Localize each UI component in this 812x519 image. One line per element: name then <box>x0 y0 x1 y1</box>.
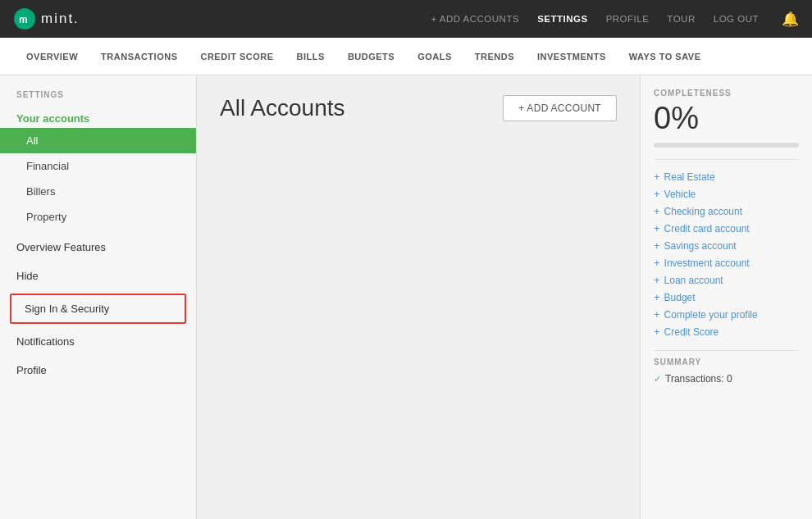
content-area: All Accounts + ADD ACCOUNT <box>197 75 640 519</box>
second-nav-transactions[interactable]: TRANSACTIONS <box>89 38 189 75</box>
content-header: All Accounts + ADD ACCOUNT <box>220 95 617 121</box>
sidebar-overview-features[interactable]: Overview Features <box>0 233 196 262</box>
loan-label: Loan account <box>664 275 723 286</box>
top-nav: m mint. + ADD ACCOUNTS SETTINGS PROFILE … <box>0 0 812 38</box>
savings-label: Savings account <box>664 240 737 252</box>
sidebar-section-label: SETTINGS <box>0 90 196 107</box>
second-nav-budgets[interactable]: BUDGETS <box>336 38 406 75</box>
second-nav: OVERVIEW TRANSACTIONS CREDIT SCORE BILLS… <box>0 38 812 75</box>
nav-profile[interactable]: PROFILE <box>606 14 650 24</box>
right-panel-link-savings[interactable]: + Savings account <box>654 237 799 254</box>
investment-label: Investment account <box>664 257 750 269</box>
page-title: All Accounts <box>220 95 345 121</box>
right-panel-link-budget[interactable]: + Budget <box>654 289 799 306</box>
completeness-label: COMPLETENESS <box>654 89 799 98</box>
add-account-button[interactable]: + ADD ACCOUNT <box>503 95 617 121</box>
sidebar-item-financial[interactable]: Financial <box>0 153 196 179</box>
right-panel-link-credit-card[interactable]: + Credit card account <box>654 220 799 237</box>
right-panel-link-credit-score[interactable]: + Credit Score <box>654 323 799 340</box>
transactions-label: Transactions: 0 <box>665 373 732 385</box>
plus-icon-vehicle: + <box>654 188 660 200</box>
progress-bar-container <box>654 143 799 148</box>
mint-logo-icon: m <box>13 7 36 30</box>
sidebar-sign-in-security[interactable]: Sign In & Security <box>10 294 186 324</box>
second-nav-trends[interactable]: TRENDS <box>463 38 526 75</box>
nav-settings[interactable]: SETTINGS <box>537 14 588 24</box>
budget-label: Budget <box>664 292 696 303</box>
sidebar-item-billers[interactable]: Billers <box>0 179 196 204</box>
main-layout: SETTINGS Your accounts All Financial Bil… <box>0 75 812 519</box>
completeness-percent: 0% <box>654 101 799 136</box>
right-panel-link-real-estate[interactable]: + Real Estate <box>654 168 799 185</box>
sidebar-profile[interactable]: Profile <box>0 356 196 385</box>
right-panel-link-vehicle[interactable]: + Vehicle <box>654 185 799 203</box>
plus-icon-credit-score: + <box>654 326 660 338</box>
vehicle-label: Vehicle <box>664 189 696 200</box>
credit-score-label: Credit Score <box>664 326 719 338</box>
sidebar-item-property[interactable]: Property <box>0 204 196 230</box>
plus-icon-investment: + <box>654 257 660 269</box>
complete-profile-label: Complete your profile <box>664 309 758 321</box>
plus-icon-savings: + <box>654 239 660 252</box>
checking-label: Checking account <box>664 206 742 217</box>
second-nav-ways-to-save[interactable]: WAYS TO SAVE <box>618 38 713 75</box>
sidebar-your-accounts-label[interactable]: Your accounts <box>0 107 196 128</box>
bell-icon[interactable]: 🔔 <box>782 11 799 28</box>
sidebar-item-all[interactable]: All <box>0 128 196 153</box>
divider-2 <box>654 350 799 351</box>
second-nav-goals[interactable]: GOALS <box>406 38 463 75</box>
summary-label: SUMMARY <box>654 357 799 366</box>
sidebar-hide[interactable]: Hide <box>0 262 196 290</box>
plus-icon-complete-profile: + <box>654 308 660 321</box>
nav-tour[interactable]: TOUR <box>667 14 695 24</box>
right-panel-link-complete-profile[interactable]: + Complete your profile <box>654 306 799 323</box>
check-icon: ✓ <box>654 374 661 385</box>
summary-item-transactions: ✓ Transactions: 0 <box>654 371 799 386</box>
divider-1 <box>654 159 799 160</box>
nav-add-accounts[interactable]: + ADD ACCOUNTS <box>431 14 519 24</box>
second-nav-overview[interactable]: OVERVIEW <box>15 38 89 75</box>
summary-section: SUMMARY ✓ Transactions: 0 <box>654 357 799 386</box>
sidebar: SETTINGS Your accounts All Financial Bil… <box>0 75 197 519</box>
second-nav-bills[interactable]: BILLS <box>285 38 336 75</box>
logo-area: m mint. <box>13 7 80 30</box>
top-nav-links: + ADD ACCOUNTS SETTINGS PROFILE TOUR LOG… <box>431 11 799 28</box>
plus-icon-checking: + <box>654 205 660 217</box>
svg-text:m: m <box>19 14 28 25</box>
right-panel-link-investment[interactable]: + Investment account <box>654 254 799 271</box>
nav-logout[interactable]: LOG OUT <box>714 14 759 24</box>
real-estate-label: Real Estate <box>664 171 715 183</box>
plus-icon-real-estate: + <box>654 171 660 183</box>
right-panel-link-checking[interactable]: + Checking account <box>654 203 799 220</box>
plus-icon-loan: + <box>654 274 660 286</box>
sidebar-notifications[interactable]: Notifications <box>0 327 196 356</box>
logo-text: mint. <box>41 11 80 27</box>
second-nav-credit-score[interactable]: CREDIT SCORE <box>189 38 285 75</box>
second-nav-investments[interactable]: INVESTMENTS <box>526 38 618 75</box>
right-panel-link-loan[interactable]: + Loan account <box>654 271 799 289</box>
plus-icon-budget: + <box>654 291 660 303</box>
right-panel: COMPLETENESS 0% + Real Estate + Vehicle … <box>640 75 812 519</box>
plus-icon-credit-card: + <box>654 222 660 234</box>
credit-card-label: Credit card account <box>664 223 750 234</box>
